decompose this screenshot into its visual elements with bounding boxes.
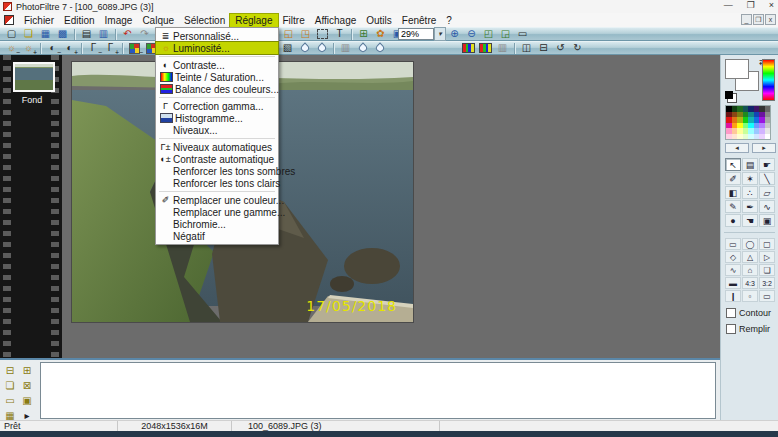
ratio-3-2-button[interactable]: 3:2: [759, 277, 775, 289]
eyedropper-tool-button[interactable]: ✐: [725, 172, 741, 185]
brightness-plus-button[interactable]: ☼+: [21, 42, 36, 54]
airbrush-tool-button[interactable]: ∴: [742, 186, 758, 199]
automate-button[interactable]: ✿: [373, 28, 388, 40]
blur-button[interactable]: [314, 42, 329, 54]
menu-item-histogramme[interactable]: Histogramme...: [156, 112, 278, 124]
screen-ratio-button[interactable]: ▭: [759, 290, 775, 302]
selection-tool-button[interactable]: ↖: [725, 158, 741, 171]
fixed-size-button[interactable]: ❙: [725, 290, 741, 302]
line-tool-button[interactable]: ╲: [759, 172, 775, 185]
shape-lasso-button[interactable]: ∿: [725, 264, 741, 276]
brush-tool-button[interactable]: ✒: [742, 200, 758, 213]
minimize-button[interactable]: —: [724, 0, 733, 10]
gamma-plus-button[interactable]: Γ+: [103, 42, 118, 54]
full-screen-button[interactable]: ▭: [515, 28, 530, 40]
move-hand-button[interactable]: ☛: [759, 158, 775, 171]
menu-filtre[interactable]: Filtre: [278, 14, 310, 27]
menu-help[interactable]: ?: [441, 14, 457, 27]
menu-item-contraste-automatique[interactable]: ◐± Contraste automatique: [156, 153, 278, 165]
print-button[interactable]: ▤: [79, 28, 94, 40]
pencil-tool-button[interactable]: ✎: [725, 200, 741, 213]
menu-item-bichromie[interactable]: Bichromie...: [156, 218, 278, 230]
contrast-minus-button[interactable]: ◐−: [45, 42, 60, 54]
antidust-button[interactable]: ▥: [338, 42, 353, 54]
fit-image-button[interactable]: ◰: [481, 28, 496, 40]
zoom-in-button[interactable]: ⊕: [447, 28, 462, 40]
explorer-view[interactable]: [40, 362, 716, 419]
layer-thumbnail[interactable]: [13, 62, 55, 92]
load-selection-button[interactable]: ❏: [759, 264, 775, 276]
contour-checkbox[interactable]: [726, 308, 736, 318]
shape-polygon-button[interactable]: ⌂: [742, 264, 758, 276]
gamma-minus-button[interactable]: Γ−: [86, 42, 101, 54]
mdi-minimize-button[interactable]: _: [741, 14, 752, 25]
undo-button[interactable]: ↶: [120, 28, 135, 40]
menu-item-niveaux-automatiques[interactable]: Γ± Niveaux automatiques: [156, 141, 278, 153]
menu-item-contraste[interactable]: ◐ Contraste...: [156, 59, 278, 71]
menu-item-negatif[interactable]: Négatif: [156, 230, 278, 242]
grayscale-button[interactable]: ▥: [495, 42, 510, 54]
palette-prev-button[interactable]: ◂: [725, 143, 749, 153]
contrast-plus-button[interactable]: ◐+: [62, 42, 77, 54]
menu-fichier[interactable]: Fichier: [19, 14, 59, 27]
menu-item-personnalise[interactable]: ≣ Personnalisé...: [156, 30, 278, 42]
menu-outils[interactable]: Outils: [361, 14, 397, 27]
shape-right-triangle-button[interactable]: ▷: [759, 251, 775, 263]
eraser-tool-button[interactable]: ▱: [759, 186, 775, 199]
flip-button[interactable]: ⊟: [536, 42, 551, 54]
print-preview-button[interactable]: ▥: [96, 28, 111, 40]
menu-item-correction-gamma[interactable]: Γ Correction gamma...: [156, 100, 278, 112]
photomask-button[interactable]: ▧: [280, 42, 295, 54]
close-button[interactable]: ×: [769, 0, 774, 10]
rgb-levels-button[interactable]: [461, 42, 476, 54]
remplir-checkbox[interactable]: [726, 324, 736, 334]
zoom-dropdown-button[interactable]: ▾: [434, 27, 446, 41]
zoom-select[interactable]: [398, 28, 434, 40]
explorer-filmstrip-button[interactable]: ⊟: [2, 363, 18, 377]
shape-diamond-button[interactable]: ◇: [725, 251, 741, 263]
palette-color[interactable]: [765, 134, 771, 140]
menu-reglage[interactable]: Réglage: [230, 14, 277, 27]
default-colors-icon[interactable]: [725, 91, 733, 99]
zoom-out-button[interactable]: ⊖: [464, 28, 479, 40]
sharpen-button[interactable]: [297, 42, 312, 54]
smudge-tool-button[interactable]: ∿: [759, 200, 775, 213]
redo-button[interactable]: ↷: [137, 28, 152, 40]
save-as-button[interactable]: ▩: [55, 28, 70, 40]
menu-item-luminosite[interactable]: ☼ Luminosité...: [156, 42, 278, 54]
blur-tool-button[interactable]: ●: [725, 214, 741, 227]
shape-rounded-rect-button[interactable]: ▢: [759, 238, 775, 250]
explorer-insert-button[interactable]: ⊞: [19, 363, 35, 377]
menu-item-teinte-saturation[interactable]: Teinte / Saturation...: [156, 71, 278, 83]
ratio-4-3-button[interactable]: 4:3: [742, 277, 758, 289]
menu-item-remplacer-gamme[interactable]: Remplacer une gamme...: [156, 206, 278, 218]
rotate-right-button[interactable]: ↻: [570, 42, 585, 54]
shape-rectangle-button[interactable]: ▭: [725, 238, 741, 250]
menu-item-renforcer-tons-sombres[interactable]: Renforcer les tons sombres: [156, 165, 278, 177]
menu-affichage[interactable]: Affichage: [310, 14, 362, 27]
menu-selection[interactable]: Sélection: [179, 14, 230, 27]
layer-manager-button[interactable]: ▤: [742, 158, 758, 171]
mdi-restore-button[interactable]: ❐: [753, 14, 764, 25]
menu-item-renforcer-tons-clairs[interactable]: Renforcer les tons clairs: [156, 177, 278, 189]
menu-edition[interactable]: Edition: [59, 14, 100, 27]
saturation-minus-button[interactable]: −: [127, 42, 142, 54]
magic-wand-button[interactable]: ✶: [742, 172, 758, 185]
shape-ellipse-button[interactable]: ◯: [742, 238, 758, 250]
color-spectrum-strip[interactable]: [762, 59, 775, 101]
save-button[interactable]: ▦: [38, 28, 53, 40]
explorer-select-button[interactable]: ▭: [2, 393, 18, 407]
explorer-remove-button[interactable]: ⊠: [19, 378, 35, 392]
shape-triangle-button[interactable]: △: [742, 251, 758, 263]
explorer-folder-button[interactable]: ❏: [2, 378, 18, 392]
explorer-image-button[interactable]: ▣: [19, 393, 35, 407]
palette-next-button[interactable]: ▸: [752, 143, 776, 153]
text-button[interactable]: T: [332, 28, 347, 40]
explorer-button[interactable]: ⊞: [356, 28, 371, 40]
mdi-close-button[interactable]: x: [765, 14, 776, 25]
menu-item-niveaux[interactable]: Niveaux...: [156, 124, 278, 136]
menu-item-balance-couleurs[interactable]: Balance des couleurs...: [156, 83, 278, 95]
restore-button[interactable]: ❐: [747, 0, 755, 10]
canvas-size-button[interactable]: ◳: [298, 28, 313, 40]
brightness-minus-button[interactable]: ☼−: [4, 42, 19, 54]
